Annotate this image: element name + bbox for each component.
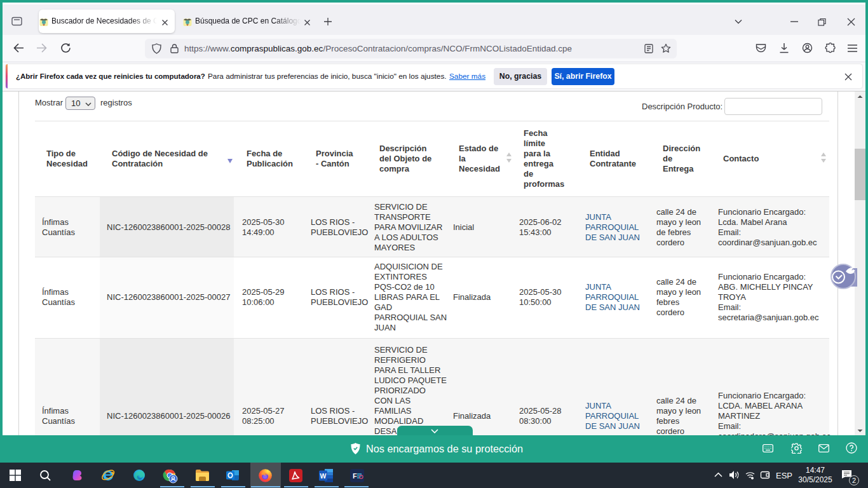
svg-text:F: F bbox=[353, 472, 357, 480]
svg-text:W: W bbox=[320, 472, 327, 480]
